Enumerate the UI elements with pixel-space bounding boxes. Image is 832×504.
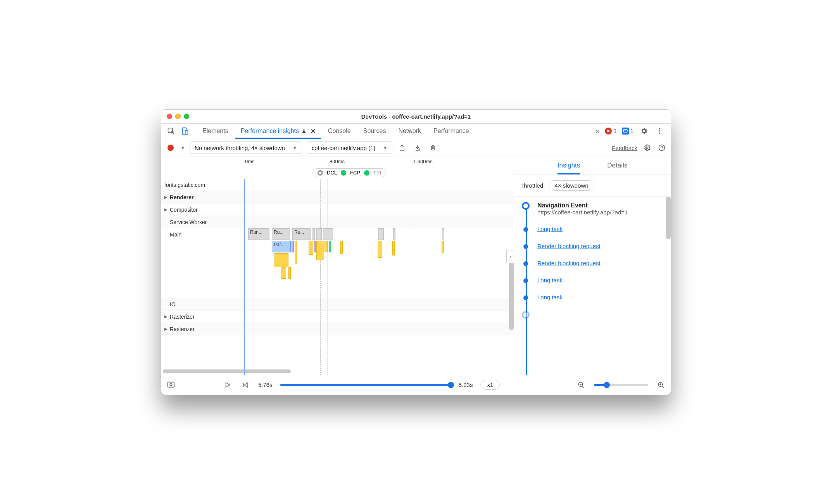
zoom-in-icon[interactable]	[656, 380, 666, 390]
tracks-area[interactable]: fonts.gstatic.com ▶Renderer ▶Compositor …	[161, 179, 514, 375]
window-controls	[161, 114, 189, 119]
insight-item[interactable]: Long task	[521, 226, 671, 233]
import-icon[interactable]	[413, 143, 423, 153]
maximize-window-icon[interactable]	[184, 114, 189, 119]
svg-point-6	[659, 130, 660, 131]
record-dropdown-arrow[interactable]: ▼	[181, 145, 185, 150]
timeline-cursor[interactable]	[244, 179, 245, 375]
dcl-icon	[318, 170, 323, 176]
insight-item[interactable]: Long task	[521, 294, 671, 301]
svg-rect-2	[185, 130, 188, 134]
errors-badge[interactable]: 1	[605, 128, 616, 135]
insights-pane: Insights Details Throttled: 4× slowdown …	[514, 157, 671, 375]
inspect-icon[interactable]	[166, 126, 176, 136]
track-fonts: fonts.gstatic.com	[161, 179, 514, 191]
zoom-slider[interactable]	[594, 384, 648, 386]
track-renderer[interactable]: ▶Renderer	[161, 191, 514, 204]
delete-icon[interactable]	[428, 143, 438, 153]
track-rasterizer[interactable]: ▶Rasterizer	[161, 323, 514, 335]
tab-performance[interactable]: Performance	[428, 123, 475, 139]
flame-bar[interactable]: Ru...	[272, 228, 290, 240]
play-icon[interactable]	[223, 380, 233, 390]
messages-badge[interactable]: 1	[622, 128, 633, 135]
track-service-worker: Service Worker	[161, 216, 514, 228]
flame-bar[interactable]: Par...	[272, 241, 291, 252]
close-window-icon[interactable]	[167, 114, 172, 119]
caret-icon: ▶	[164, 327, 167, 331]
track-main[interactable]: Main Run... Ru... Ru... Par...	[161, 228, 514, 298]
caret-icon: ▶	[164, 195, 167, 199]
close-tab-icon[interactable]: ✕	[311, 128, 316, 135]
window-title: DevTools - coffee-cart.netlify.app/?ad=1	[361, 113, 471, 120]
settings-icon[interactable]	[639, 126, 649, 136]
time-ruler[interactable]: 0ms 800ms 1,600ms	[161, 157, 514, 167]
flame-bar[interactable]: Ru...	[292, 228, 311, 240]
throttle-chip[interactable]: 4× slowdown	[549, 180, 594, 191]
track-compositor[interactable]: ▶Compositor	[161, 204, 514, 216]
tab-sources[interactable]: Sources	[358, 123, 392, 139]
tab-console[interactable]: Console	[323, 123, 356, 139]
timeline-pane: 0ms 800ms 1,600ms DCL FCP TTI	[161, 157, 514, 375]
svg-point-7	[659, 133, 660, 134]
footer: 5.76s 5.93s x1	[161, 375, 671, 395]
track-io: IO	[161, 298, 514, 311]
track-rasterizer[interactable]: ▶Rasterizer	[161, 311, 514, 323]
tab-elements[interactable]: Elements	[197, 123, 234, 139]
flask-icon	[301, 128, 307, 134]
device-toggle-icon[interactable]	[180, 126, 190, 136]
caret-icon: ▶	[164, 207, 167, 212]
more-tabs-icon[interactable]: »	[596, 127, 599, 135]
svg-point-11	[170, 383, 172, 386]
zoom-label[interactable]: x1	[480, 380, 500, 390]
tab-performance-insights[interactable]: Performance insights ✕	[235, 123, 321, 139]
tabs-row: Elements Performance insights ✕ Console …	[161, 124, 671, 139]
side-scrollbar[interactable]	[666, 197, 671, 239]
fcp-icon	[341, 170, 346, 176]
screenshot-icon[interactable]	[166, 380, 176, 390]
devtools-window: DevTools - coffee-cart.netlify.app/?ad=1…	[161, 109, 671, 395]
tab-insights[interactable]: Insights	[558, 157, 580, 175]
collapse-side-handle[interactable]: ›	[506, 250, 514, 263]
chevron-down-icon: ▼	[383, 145, 387, 150]
vertical-scrollbar[interactable]	[509, 256, 514, 330]
tab-network[interactable]: Network	[393, 123, 426, 139]
svg-point-5	[659, 128, 660, 129]
playhead-slider[interactable]	[280, 384, 451, 386]
insight-item[interactable]: Render blocking request	[521, 260, 671, 267]
flame-bar[interactable]: Run...	[248, 228, 269, 240]
zoom-out-icon[interactable]	[576, 380, 586, 390]
chevron-down-icon: ▼	[293, 145, 297, 150]
main-pane: 0ms 800ms 1,600ms DCL FCP TTI	[161, 157, 671, 375]
throttle-select[interactable]: No network throttling, 4× slowdown ▼	[190, 142, 302, 154]
metrics-pill[interactable]: DCL FCP TTI	[312, 168, 386, 177]
tick-1: 800ms	[330, 159, 345, 164]
toolbar: ▼ No network throttling, 4× slowdown ▼ c…	[161, 139, 671, 157]
side-tabs: Insights Details	[514, 157, 671, 175]
kebab-icon[interactable]	[654, 126, 665, 136]
insight-item[interactable]: Render blocking request	[521, 243, 671, 250]
record-button[interactable]	[167, 145, 174, 151]
insights-list[interactable]: Navigation Event https://coffee-cart.net…	[514, 197, 671, 375]
tick-0: 0ms	[245, 159, 255, 164]
help-icon[interactable]	[657, 143, 667, 153]
svg-rect-10	[168, 382, 174, 387]
horizontal-scrollbar[interactable]	[163, 369, 328, 374]
insight-item	[521, 311, 671, 319]
throttle-info: Throttled: 4× slowdown	[514, 175, 671, 197]
tick-2: 1,600ms	[413, 159, 433, 164]
tti-icon	[364, 170, 369, 176]
rewind-icon[interactable]	[240, 380, 250, 390]
panel-settings-icon[interactable]	[642, 143, 652, 153]
dot-marker-icon	[523, 227, 528, 232]
titlebar: DevTools - coffee-cart.netlify.app/?ad=1	[161, 110, 671, 124]
target-select[interactable]: coffee-cart.netlify.app (1) ▼	[307, 142, 392, 154]
insight-item[interactable]: Long task	[521, 277, 671, 284]
dot-marker-icon	[523, 244, 528, 249]
export-icon[interactable]	[397, 143, 407, 153]
metrics-row: DCL FCP TTI	[161, 167, 514, 179]
svg-point-8	[646, 147, 648, 149]
minimize-window-icon[interactable]	[175, 114, 181, 119]
feedback-link[interactable]: Feedback	[612, 145, 637, 151]
caret-icon: ▶	[164, 314, 167, 319]
tab-details[interactable]: Details	[607, 157, 627, 175]
